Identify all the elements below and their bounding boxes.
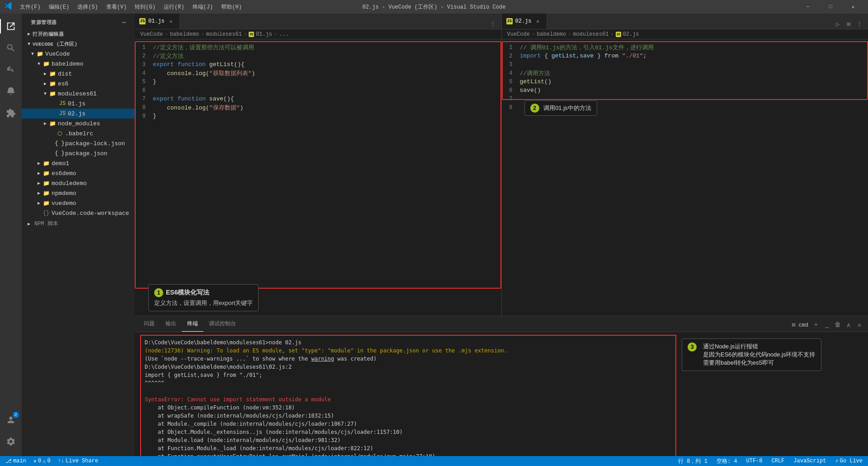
encoding-label: UTF-8 [746, 458, 763, 464]
activity-avatar[interactable]: 2 [0, 409, 22, 431]
close-button[interactable]: ✕ [843, 0, 863, 14]
npmdemo-icon: 📁 [42, 190, 50, 197]
tree-package[interactable]: ▶ { } package.json [22, 148, 135, 158]
tree-package-lock[interactable]: ▶ { } package-lock.json [22, 138, 135, 148]
tab-01js-icon: JS [139, 18, 146, 24]
activity-debug[interactable] [0, 81, 22, 102]
activity-settings[interactable] [0, 431, 22, 452]
bc-sep3: › [244, 31, 247, 38]
activity-search[interactable] [0, 37, 22, 59]
split-right-button[interactable]: ⊞ [844, 19, 854, 29]
tree-demo1[interactable]: ▶ 📁 demo1 [22, 158, 135, 168]
rbc-vuecode: VueCode [507, 31, 530, 38]
menu-edit[interactable]: 编辑(E) [45, 2, 73, 12]
code-line-l3: 3 export function getList(){ [135, 60, 501, 69]
sidebar-more-button[interactable]: ⋯ [119, 17, 129, 27]
minimize-button[interactable]: − [797, 0, 818, 14]
tab-02js-label: 02.js [515, 18, 532, 24]
tab-02js-close[interactable]: ✕ [534, 18, 542, 25]
terminal-line-14: at Function.executeUserEntryPoint [as ru… [145, 452, 672, 456]
tree-02js[interactable]: ▶ JS 02.js [22, 109, 135, 119]
code-editor-left[interactable]: 1 //定义方法，设置那些方法可以被调用 2 //定义方法 3 export f… [135, 39, 501, 316]
tree-open-editors[interactable]: ▶ 打开的编辑器 [22, 29, 135, 39]
vuecode-folder-label: VueCode [45, 51, 70, 57]
panel-tab-bar: 问题 输出 终端 调试控制台 ⊡ cmd + ⎯ 🗑 ∧ [135, 316, 868, 332]
tree-vuedemo[interactable]: ▶ 📁 vuedemo [22, 198, 135, 208]
terminal-line-13: at Function.Module._load (node:internal/… [145, 444, 672, 452]
tree-moduleses61[interactable]: ▼ 📁 moduleses61 [22, 89, 135, 99]
menu-goto[interactable]: 转到(G) [131, 2, 159, 12]
sidebar-actions: ⋯ [119, 17, 129, 27]
menu-select[interactable]: 选择(S) [74, 2, 102, 12]
activity-scm[interactable] [0, 59, 22, 81]
status-language[interactable]: JavaScript [792, 458, 828, 464]
status-position[interactable]: 行 8，列 1 [676, 457, 709, 465]
panel-close-button[interactable]: ✕ [854, 320, 864, 330]
tab-01js-close[interactable]: ✕ [167, 18, 175, 25]
panel-tab-problems[interactable]: 问题 [138, 316, 160, 332]
tree-node-modules[interactable]: ▶ 📁 node_modules [22, 119, 135, 128]
tab-02js[interactable]: JS 02.js ✕ [502, 14, 547, 29]
tree-npmdemo[interactable]: ▶ 📁 npmdemo [22, 188, 135, 198]
status-encoding[interactable]: UTF-8 [745, 458, 764, 464]
activity-extensions[interactable] [0, 102, 22, 124]
status-branch[interactable]: ⎇ main [4, 458, 28, 465]
terminal-line-1: D:\Code\VueCode\babeldemo\moduleses61>no… [145, 338, 672, 347]
go-live-label: Go Live [840, 458, 863, 464]
npm-section[interactable]: ▶ NPM 脚本 [22, 218, 135, 229]
tree-01js[interactable]: ▶ JS 01.js [22, 99, 135, 109]
maximize-button[interactable]: □ [820, 0, 841, 14]
tree-dist[interactable]: ▶ 📁 dist [22, 69, 135, 79]
tree-es6demo[interactable]: ▶ 📁 es6demo [22, 168, 135, 178]
tree-workspace[interactable]: ▶ {} VueCode.code-workspace [22, 208, 135, 218]
menu-file[interactable]: 文件(F) [16, 2, 44, 12]
go-live-button[interactable]: ⚡ Go Live [833, 458, 864, 465]
run-button[interactable]: ▷ [833, 19, 843, 29]
rbc-sep1: › [532, 31, 535, 38]
code-container-right: 1 // 调用01.js的方法，引入01.js文件，进行调用 2 import … [502, 39, 868, 316]
package-lock-icon: { } [56, 140, 63, 147]
status-right: 行 8，列 1 空格: 4 UTF-8 CRLF JavaScript ⚡ Go… [676, 457, 864, 465]
tree-vuecode-folder[interactable]: ▼ 📁 VueCode [22, 49, 135, 59]
status-line-ending[interactable]: CRLF [770, 458, 787, 464]
tree-moduledemo[interactable]: ▶ 📁 moduledemo [22, 178, 135, 188]
code-line-r4: 4 //调用方法 [502, 69, 868, 77]
vuecode-arrow: ▼ [25, 40, 33, 48]
more-right-button[interactable]: ⋮ [854, 19, 864, 29]
terminal-line-12: at Module.load (node:internal/modules/cj… [145, 436, 672, 444]
package-lock-label: package-lock.json [65, 140, 125, 147]
tree-babeldemo[interactable]: ▼ 📁 babeldemo [22, 59, 135, 69]
es6demo-icon: 📁 [42, 170, 50, 177]
split-editor-button[interactable]: ⋮ [488, 19, 498, 29]
code-editor-right[interactable]: 1 // 调用01.js的方法，引入01.js文件，进行调用 2 import … [502, 39, 868, 316]
annotation-1-desc: 定义方法，设置调用，用export关键字 [154, 299, 253, 307]
line-ending-label: CRLF [772, 458, 785, 464]
bc-sep4: › [274, 31, 277, 38]
panel-maximize-button[interactable]: ∧ [844, 320, 854, 330]
status-errors[interactable]: ✕ 0 ⚠ 0 [32, 458, 52, 465]
kill-terminal-button[interactable]: 🗑 [833, 320, 843, 330]
tree-es6[interactable]: ▶ 📁 es6 [22, 79, 135, 89]
menu-view[interactable]: 查看(V) [103, 2, 131, 12]
vuecode-folder-arrow: ▼ [29, 50, 36, 57]
menu-help[interactable]: 帮助(H) [217, 2, 245, 12]
tree-vuecode[interactable]: ▼ VUECODE (工作区) [22, 39, 135, 49]
panel-tab-terminal[interactable]: 终端 [182, 316, 203, 332]
split-terminal-button[interactable]: ⎯ [822, 320, 832, 330]
panel-tab-debug[interactable]: 调试控制台 [203, 316, 241, 332]
terminal-output[interactable]: D:\Code\VueCode\babeldemo\moduleses61>no… [140, 334, 676, 454]
live-share-icon: ↑↓ [58, 458, 64, 464]
rbc-sep3: › [610, 31, 613, 38]
new-terminal-button[interactable]: + [811, 320, 821, 330]
live-share-button[interactable]: ↑↓ Live Share [56, 458, 100, 464]
rbc-babeldemo: babeldemo [537, 31, 566, 38]
tab-01js[interactable]: JS 01.js ✕ [135, 14, 180, 29]
menu-run[interactable]: 运行(R) [160, 2, 188, 12]
menu-terminal[interactable]: 终端(J) [189, 2, 217, 12]
status-spaces[interactable]: 空格: 4 [715, 457, 739, 465]
sidebar: 资源管理器 ⋯ ▶ 打开的编辑器 ▼ VUECODE (工作区) ▼ 📁 Vue… [22, 14, 135, 456]
terminal-line-error: SyntaxError: Cannot use import statement… [145, 395, 672, 404]
panel-tab-output[interactable]: 输出 [160, 316, 182, 332]
activity-explorer[interactable] [0, 15, 22, 37]
tree-babelrc[interactable]: ▶ ⬡ .babelrc [22, 128, 135, 138]
